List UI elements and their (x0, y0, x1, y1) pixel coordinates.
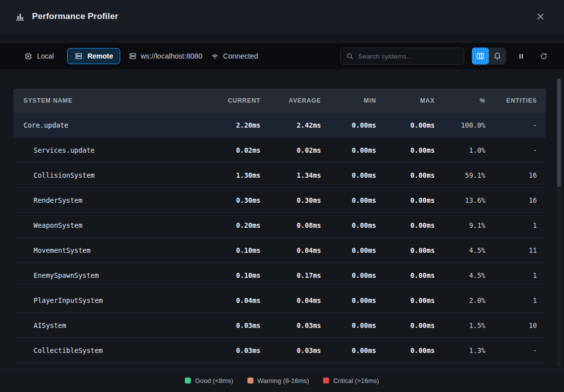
remote-mode-label: Remote (87, 52, 113, 60)
table-row[interactable]: CollisionSystem 1.30ms 1.34ms 0.00ms 0.0… (14, 163, 546, 188)
legend-label: Warning (8-16ms) (257, 377, 310, 384)
toolbar: Local Remote (0, 43, 564, 69)
cell-min: 0.00ms (321, 171, 376, 179)
local-mode-button[interactable]: Local (18, 48, 59, 65)
cell-percent: 1.5% (435, 321, 485, 329)
cell-current: 0.04ms (200, 296, 260, 304)
cell-entities: 1 (485, 221, 546, 229)
search-icon (346, 52, 354, 61)
cell-min: 0.00ms (321, 246, 376, 254)
table-row[interactable]: CollectibleSystem 0.03ms 0.03ms 0.00ms 0… (14, 338, 546, 363)
cell-current: 0.10ms (200, 246, 260, 254)
cell-max: 0.00ms (376, 271, 435, 279)
cell-entities: - (485, 121, 546, 129)
app-header: Performance Profiler (0, 0, 564, 33)
column-header-min: MIN (321, 97, 376, 104)
performance-profiler-window: Performance Profiler Local (0, 0, 564, 392)
column-header-average: AVERAGE (260, 97, 321, 104)
cell-average: 0.04ms (260, 246, 321, 254)
column-header-max: MAX (376, 97, 435, 104)
table-row[interactable]: EnemySpawnSystem 0.10ms 0.17ms 0.00ms 0.… (14, 263, 546, 288)
cell-max: 0.00ms (376, 321, 435, 329)
cell-percent: 2.0% (435, 296, 485, 304)
legend: Good (<8ms) Warning (8-16ms) Critical (>… (0, 368, 564, 392)
table-view-button[interactable] (472, 48, 489, 65)
cell-entities: 16 (485, 196, 546, 204)
server-icon (74, 52, 83, 61)
table-row[interactable]: RenderSystem 0.30ms 0.30ms 0.00ms 0.00ms… (14, 188, 546, 213)
column-header-entities: ENTITIES (485, 97, 546, 104)
cell-current: 2.20ms (200, 121, 260, 129)
pause-button[interactable] (513, 48, 528, 65)
table-row[interactable]: MovementSystem 0.10ms 0.04ms 0.00ms 0.00… (14, 238, 546, 263)
cell-entities: 10 (485, 321, 546, 329)
legend-item: Good (<8ms) (185, 377, 233, 384)
wifi-icon (210, 52, 219, 61)
cell-current: 0.20ms (200, 221, 260, 229)
cell-average: 0.03ms (260, 346, 321, 354)
cell-max: 0.00ms (376, 246, 435, 254)
legend-swatch (323, 377, 329, 383)
cell-percent: 4.5% (435, 246, 485, 254)
scrollbar-thumb[interactable] (557, 79, 561, 187)
cell-entities: - (485, 346, 546, 354)
cell-average: 0.02ms (260, 146, 321, 154)
cell-entities: 1 (485, 296, 546, 304)
cell-entities: 11 (485, 246, 546, 254)
alerts-button[interactable] (489, 48, 506, 65)
refresh-icon (539, 52, 548, 61)
bell-icon (493, 52, 502, 61)
cell-percent: 13.6% (435, 196, 485, 204)
cell-current: 0.03ms (200, 321, 260, 329)
legend-label: Critical (>16ms) (333, 377, 379, 384)
cell-max: 0.00ms (376, 196, 435, 204)
cell-percent: 59.1% (435, 171, 485, 179)
column-header-percent: % (435, 97, 485, 104)
cell-min: 0.00ms (321, 121, 376, 129)
cell-average: 1.34ms (260, 171, 321, 179)
cell-current: 0.10ms (200, 271, 260, 279)
column-header-current: CURRENT (200, 97, 260, 104)
cell-min: 0.00ms (321, 346, 376, 354)
cell-average: 2.42ms (260, 121, 321, 129)
table-row[interactable]: AISystem 0.03ms 0.03ms 0.00ms 0.00ms 1.5… (14, 313, 546, 338)
remote-mode-button[interactable]: Remote (67, 48, 120, 64)
table-body: Core.update 2.20ms 2.42ms 0.00ms 0.00ms … (14, 113, 546, 363)
server-icon (128, 52, 137, 61)
cell-system-name: MovementSystem (14, 246, 200, 254)
legend-swatch (247, 377, 253, 383)
table-header: SYSTEM NAME CURRENT AVERAGE MIN MAX % EN… (14, 89, 546, 113)
toolbar-right (340, 48, 551, 65)
cell-system-name: Services.update (14, 146, 200, 154)
table-row[interactable]: WeaponSystem 0.20ms 0.08ms 0.00ms 0.00ms… (14, 213, 546, 238)
search-box (340, 48, 464, 65)
legend-label: Good (<8ms) (195, 377, 233, 384)
cell-entities: 1 (485, 271, 546, 279)
column-header-system-name: SYSTEM NAME (14, 97, 200, 104)
table-row[interactable]: PlayerInputSystem 0.04ms 0.04ms 0.00ms 0… (14, 288, 546, 313)
cell-percent: 1.3% (435, 346, 485, 354)
search-input[interactable] (358, 53, 459, 60)
cell-min: 0.00ms (321, 146, 376, 154)
cell-average: 0.03ms (260, 321, 321, 329)
cell-percent: 4.5% (435, 271, 485, 279)
cell-system-name: AISystem (14, 321, 200, 329)
columns-icon (476, 52, 485, 61)
scrollbar[interactable] (557, 78, 561, 366)
close-button[interactable] (532, 8, 549, 25)
table-row[interactable]: Core.update 2.20ms 2.42ms 0.00ms 0.00ms … (14, 113, 546, 138)
cell-system-name: PlayerInputSystem (14, 296, 200, 304)
local-mode-label: Local (37, 52, 54, 60)
title-group: Performance Profiler (15, 12, 118, 22)
cell-current: 0.03ms (200, 346, 260, 354)
connection-status-text: Connected (223, 52, 258, 60)
cell-average: 0.08ms (260, 221, 321, 229)
cell-average: 0.30ms (260, 196, 321, 204)
refresh-button[interactable] (536, 48, 551, 65)
cell-max: 0.00ms (376, 346, 435, 354)
table-row[interactable]: Services.update 0.02ms 0.02ms 0.00ms 0.0… (14, 138, 546, 163)
cell-percent: 9.1% (435, 221, 485, 229)
cell-average: 0.04ms (260, 296, 321, 304)
cpu-icon (24, 52, 33, 61)
cell-max: 0.00ms (376, 221, 435, 229)
